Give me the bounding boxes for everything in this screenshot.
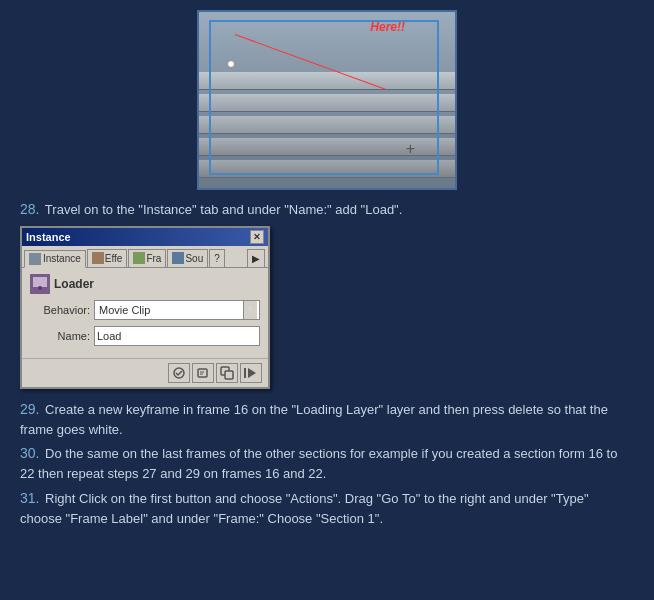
loader-row: Loader xyxy=(30,274,260,294)
step-28-text: 28. Travel on to the "Instance" tab and … xyxy=(20,200,634,220)
step-29: 29. Create a new keyframe in frame 16 on… xyxy=(20,399,634,440)
behavior-row: Behavior: Movie Clip ▼ xyxy=(30,300,260,320)
step-31-number: 31. xyxy=(20,490,39,506)
tab-arrow-btn[interactable]: ▶ xyxy=(247,249,265,267)
step-30: 30. Do the same on the last frames of th… xyxy=(20,443,634,484)
step-29-number: 29. xyxy=(20,401,39,417)
svg-point-2 xyxy=(38,286,42,290)
steps-section: 29. Create a new keyframe in frame 16 on… xyxy=(20,399,634,533)
behavior-select-arrow[interactable]: ▼ xyxy=(243,301,257,319)
tab-instance[interactable]: Instance xyxy=(24,250,86,268)
step-28-content: Travel on to the "Instance" tab and unde… xyxy=(45,202,402,217)
tab-effects[interactable]: Effe xyxy=(87,249,128,267)
tab-instance-icon xyxy=(29,253,41,265)
dialog-body: Loader Behavior: Movie Clip ▼ Name: Load xyxy=(22,268,268,358)
svg-rect-4 xyxy=(198,369,207,377)
step-31-content: Right Click on the first button and choo… xyxy=(20,491,589,526)
tab-sound[interactable]: Sou xyxy=(167,249,208,267)
screenshot-image: Here!! + xyxy=(197,10,457,190)
dialog-container: Instance ✕ Instance Effe Fra xyxy=(20,226,634,389)
behavior-value: Movie Clip xyxy=(97,304,243,316)
dialog-close-button[interactable]: ✕ xyxy=(250,230,264,244)
tab-help[interactable]: ? xyxy=(209,249,225,267)
tab-sound-icon xyxy=(172,252,184,264)
loader-label: Loader xyxy=(54,277,94,291)
step-30-number: 30. xyxy=(20,445,39,461)
dialog-tabs: Instance Effe Fra Sou ? ▶ xyxy=(22,246,268,268)
svg-rect-8 xyxy=(225,371,233,379)
tab-frame[interactable]: Fra xyxy=(128,249,166,267)
name-label: Name: xyxy=(30,330,90,342)
tab-effects-icon xyxy=(92,252,104,264)
name-row: Name: Load xyxy=(30,326,260,346)
loader-icon xyxy=(30,274,50,294)
toolbar-btn-3[interactable] xyxy=(216,363,238,383)
dialog-title: Instance xyxy=(26,231,71,243)
page-container: Here!! + 28. Travel on to the "Instance"… xyxy=(0,0,654,600)
instance-dialog: Instance ✕ Instance Effe Fra xyxy=(20,226,270,389)
name-input[interactable]: Load xyxy=(94,326,260,346)
dialog-toolbar xyxy=(22,358,268,387)
here-label: Here!! xyxy=(370,20,405,34)
behavior-label: Behavior: xyxy=(30,304,90,316)
step-30-content: Do the same on the last frames of the ot… xyxy=(20,446,617,481)
step-28-number: 28. xyxy=(20,201,39,217)
name-value: Load xyxy=(97,330,121,342)
behavior-select[interactable]: Movie Clip ▼ xyxy=(94,300,260,320)
svg-marker-9 xyxy=(248,368,256,378)
step-29-content: Create a new keyframe in frame 16 on the… xyxy=(20,402,608,437)
dialog-titlebar: Instance ✕ xyxy=(22,228,268,246)
toolbar-btn-4[interactable] xyxy=(240,363,262,383)
crosshair-icon: + xyxy=(406,140,415,158)
svg-rect-1 xyxy=(33,277,47,287)
tab-frame-icon xyxy=(133,252,145,264)
toolbar-btn-2[interactable] xyxy=(192,363,214,383)
toolbar-btn-1[interactable] xyxy=(168,363,190,383)
here-dot xyxy=(227,60,235,68)
step-31: 31. Right Click on the first button and … xyxy=(20,488,634,529)
